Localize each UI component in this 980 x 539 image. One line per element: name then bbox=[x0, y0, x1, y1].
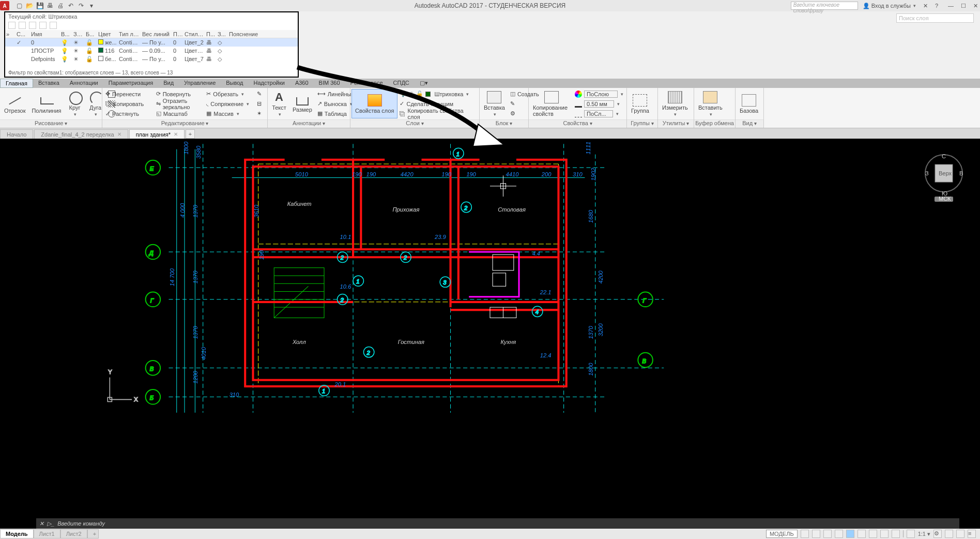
block-attr-icon[interactable]: ⚙ bbox=[510, 110, 515, 117]
lp-refresh-icon[interactable] bbox=[50, 22, 57, 29]
window-close-icon[interactable]: ✕ bbox=[973, 3, 978, 9]
layer-properties-button[interactable]: Свойства слоя bbox=[351, 89, 397, 118]
menu-tab-perf[interactable]: Performance bbox=[345, 79, 388, 88]
signin-button[interactable]: 👤Вход в службы▾ bbox=[860, 1, 918, 10]
window-maximize-icon[interactable]: ☐ bbox=[961, 3, 966, 9]
panel-title-groups[interactable]: Группы ▾ bbox=[627, 119, 657, 128]
copy-icon[interactable]: ⿻ bbox=[105, 101, 111, 107]
panel-title-util[interactable]: Утилиты ▾ bbox=[658, 119, 694, 128]
trim-icon[interactable]: ✂ bbox=[206, 91, 211, 97]
block-create-icon[interactable]: ◫ bbox=[510, 91, 515, 97]
table-icon[interactable]: ▦ bbox=[317, 110, 323, 117]
stretch-icon[interactable]: ⤢ bbox=[105, 110, 110, 117]
status-trans-icon[interactable] bbox=[880, 530, 889, 538]
qat-print-icon[interactable]: 🖨 bbox=[56, 1, 65, 10]
command-line[interactable]: ✕ ▷_ Введите команду bbox=[36, 518, 959, 529]
status-annoscale-icon[interactable] bbox=[907, 530, 915, 538]
status-snap-icon[interactable] bbox=[812, 530, 820, 538]
help-icon[interactable]: ? bbox=[932, 1, 941, 10]
array-icon[interactable]: ▦ bbox=[206, 110, 211, 117]
panel-title-view[interactable]: Вид ▾ bbox=[736, 119, 763, 128]
panel-title-draw[interactable]: Рисование ▾ bbox=[0, 119, 102, 128]
mirror-icon[interactable]: ⇋ bbox=[156, 100, 161, 107]
tab-close-icon[interactable]: ✕ bbox=[174, 131, 178, 137]
block-edit-icon[interactable]: ✎ bbox=[510, 100, 515, 107]
linear-dim-icon[interactable]: ⟷ bbox=[317, 91, 326, 97]
lock-icon[interactable]: 🔓 bbox=[416, 91, 423, 97]
layer-row[interactable]: Defpoints💡☀🔓 бе... Continu...— По у...0 … bbox=[5, 55, 298, 63]
tab-close-icon[interactable]: ✕ bbox=[117, 131, 121, 137]
qat-save-icon[interactable]: 💾 bbox=[35, 1, 44, 10]
status-cycle-icon[interactable] bbox=[892, 530, 900, 538]
color-swatch-icon[interactable] bbox=[575, 91, 582, 98]
layer-row[interactable]: ✓0💡☀🔓 же... Continu...— По у...0 Цвет_2🖶… bbox=[5, 38, 298, 47]
qat-open-icon[interactable]: 📂 bbox=[25, 1, 34, 10]
lp-delete-layer-icon[interactable] bbox=[29, 22, 36, 29]
qat-redo-icon[interactable]: ↷ bbox=[76, 1, 86, 10]
rotate-icon[interactable]: ⟳ bbox=[156, 91, 161, 97]
model-tab[interactable]: Модель bbox=[0, 529, 34, 538]
lp-new-viewport-icon[interactable] bbox=[19, 22, 26, 29]
menu-tab-param[interactable]: Параметризация bbox=[103, 79, 158, 88]
panel-title-block[interactable]: Блок ▾ bbox=[480, 119, 528, 128]
menu-tab-addins[interactable]: Надстройки bbox=[249, 79, 290, 88]
panel-title-clip[interactable]: Буфер обмена ▾ bbox=[694, 119, 735, 128]
menu-tab-a360[interactable]: A360 bbox=[290, 79, 314, 88]
window-minimize-icon[interactable]: — bbox=[948, 3, 954, 9]
cmd-close-icon[interactable]: ✕ bbox=[39, 520, 44, 527]
offset-icon[interactable]: ⊟ bbox=[257, 100, 264, 108]
status-lwt-icon[interactable] bbox=[869, 530, 877, 538]
explode-icon[interactable]: ✶ bbox=[257, 110, 264, 117]
insert-block-button[interactable]: Вставка▾ bbox=[481, 89, 508, 118]
status-osnap-icon[interactable] bbox=[846, 530, 854, 538]
panel-title-annot[interactable]: Аннотации ▾ bbox=[268, 119, 350, 128]
measure-button[interactable]: Измерить▾ bbox=[659, 89, 691, 118]
menu-tab-bim360[interactable]: BIM 360 bbox=[314, 79, 345, 88]
menu-tab-home[interactable]: Главная bbox=[0, 79, 33, 88]
drawing-canvas[interactable]: Е Д Г В Б Г В Кабинет Прихожая Столовая … bbox=[0, 139, 980, 529]
lp-new-layer-icon[interactable] bbox=[8, 22, 16, 29]
bulb-icon[interactable]: 💡 bbox=[400, 91, 407, 97]
lp-set-current-icon[interactable] bbox=[39, 22, 47, 29]
circle-button[interactable]: Круг▾ bbox=[65, 89, 85, 118]
app-logo-icon[interactable]: A bbox=[0, 1, 9, 10]
edit-misc-icon[interactable]: ✎ bbox=[257, 91, 264, 98]
qat-new-icon[interactable]: ▢ bbox=[14, 1, 24, 10]
menu-tab-manage[interactable]: Управление bbox=[179, 79, 221, 88]
status-grid-icon[interactable] bbox=[801, 530, 809, 538]
move-icon[interactable]: ✥ bbox=[105, 91, 110, 97]
status-isodraft-icon[interactable] bbox=[945, 530, 953, 538]
paste-button[interactable]: Вставить▾ bbox=[695, 89, 726, 118]
status-polar-icon[interactable] bbox=[835, 530, 843, 538]
menu-tab-spds[interactable]: СПДС bbox=[388, 79, 415, 88]
fillet-icon[interactable]: ◟ bbox=[206, 100, 208, 107]
polyline-button[interactable]: Полилиния bbox=[28, 89, 64, 118]
menu-tab-insert[interactable]: Вставка bbox=[33, 79, 65, 88]
line-button[interactable]: Отрезок bbox=[1, 89, 28, 118]
doc-tab-file-active[interactable]: план здания*✕ bbox=[129, 129, 185, 139]
leader-icon[interactable]: ↗ bbox=[317, 100, 322, 107]
menu-tab-collapse-icon[interactable]: ▢▾ bbox=[415, 79, 433, 88]
layer-row[interactable]: 1ПОСТР💡☀🔓 116 Continu...— 0.09...0 Цвет_… bbox=[5, 47, 298, 55]
copy-layer-props-icon[interactable]: ⿻ bbox=[400, 111, 405, 117]
panel-title-layers[interactable]: Слои ▾ bbox=[350, 119, 479, 128]
status-otrack-icon[interactable] bbox=[858, 530, 866, 538]
menu-tab-output[interactable]: Вывод bbox=[221, 79, 248, 88]
status-ortho-icon[interactable] bbox=[823, 530, 832, 538]
panel-title-props[interactable]: Свойства ▾ bbox=[529, 119, 626, 128]
status-custom-icon[interactable]: ≡ bbox=[968, 530, 976, 538]
layout-add-icon[interactable]: + bbox=[87, 529, 99, 538]
status-gear-icon[interactable]: ⚙ bbox=[933, 530, 942, 538]
qat-more-icon[interactable]: ▾ bbox=[87, 1, 96, 10]
exchange-icon[interactable]: ✕ bbox=[921, 1, 930, 10]
dim-button[interactable]: Размер bbox=[289, 89, 315, 118]
modelspace-button[interactable]: МОДЕЛЬ bbox=[766, 530, 798, 538]
status-clean-icon[interactable] bbox=[956, 530, 964, 538]
layer-search-input[interactable]: Поиск слоя bbox=[896, 13, 974, 23]
sun-icon[interactable]: ☀ bbox=[409, 91, 414, 97]
menu-tab-annot[interactable]: Аннотации bbox=[65, 79, 103, 88]
doc-tab-file[interactable]: Zdanie_final_4_2 переделка✕ bbox=[34, 129, 128, 139]
baseview-button[interactable]: Базова bbox=[737, 89, 761, 118]
match-props-button[interactable]: Копирование свойств bbox=[530, 89, 573, 118]
scale-icon[interactable]: ◱ bbox=[156, 110, 161, 117]
